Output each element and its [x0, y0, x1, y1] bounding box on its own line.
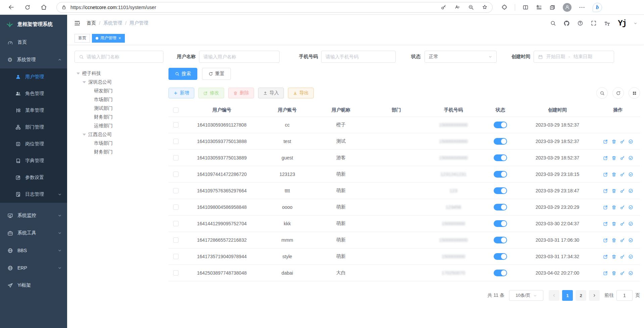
delete-icon[interactable]	[611, 205, 616, 210]
row-checkbox[interactable]	[173, 237, 179, 243]
status-toggle[interactable]	[494, 187, 507, 194]
sidebar-item-parameters[interactable]: 参数设置	[0, 169, 67, 186]
lock-icon[interactable]	[61, 5, 66, 10]
import-button[interactable]: 导入	[258, 88, 284, 98]
assign-role-icon[interactable]	[628, 172, 633, 177]
assign-role-icon[interactable]	[628, 155, 633, 160]
tree-node-jiangxi[interactable]: 江西总公司	[75, 130, 164, 139]
edit-button[interactable]: 修改	[198, 88, 224, 98]
browser-profile-avatar[interactable]	[563, 3, 572, 12]
tree-node-shenzhen[interactable]: 深圳总公司	[75, 78, 164, 87]
tag-home[interactable]: 首页	[75, 34, 90, 43]
row-checkbox[interactable]	[173, 221, 179, 226]
search-button[interactable]: 搜索	[168, 68, 197, 80]
tree-node-dept[interactable]: 研发部门	[75, 87, 164, 95]
tree-node-dept[interactable]: 财务部门	[75, 113, 164, 122]
tree-node-dept[interactable]: 运维部门	[75, 122, 164, 130]
read-aloud-icon[interactable]	[454, 4, 460, 10]
reset-password-icon[interactable]	[620, 155, 625, 160]
status-toggle[interactable]	[494, 270, 507, 276]
row-checkbox[interactable]	[173, 172, 179, 177]
pagination-prev-button[interactable]	[549, 290, 559, 301]
tree-node-dept[interactable]: 财务部门	[75, 148, 164, 156]
tree-caret-icon[interactable]	[83, 81, 86, 83]
edit-icon[interactable]	[603, 221, 608, 226]
tree-caret-icon[interactable]	[83, 134, 86, 136]
status-toggle[interactable]	[494, 220, 507, 227]
dept-search-input[interactable]	[87, 54, 159, 59]
row-checkbox[interactable]	[173, 270, 179, 276]
add-button[interactable]: 新增	[168, 88, 194, 98]
row-checkbox[interactable]	[173, 122, 179, 128]
split-screen-icon[interactable]	[523, 4, 529, 10]
delete-icon[interactable]	[611, 139, 616, 144]
font-size-icon[interactable]	[604, 20, 610, 27]
row-checkbox[interactable]	[173, 188, 179, 193]
zoom-out-icon[interactable]	[468, 4, 474, 10]
sidebar-item-departments[interactable]: 部门管理	[0, 119, 67, 136]
browser-menu-icon[interactable]: ⋯	[579, 4, 585, 11]
edit-icon[interactable]	[603, 271, 608, 276]
sidebar-item-tools[interactable]: 系统工具	[0, 224, 67, 242]
app-logo[interactable]: 意框架管理系统	[0, 15, 67, 34]
status-toggle[interactable]	[494, 237, 507, 243]
sidebar-item-system[interactable]: ⚙ 系统管理	[0, 51, 67, 68]
status-toggle[interactable]	[494, 138, 507, 145]
url-text[interactable]: https://ccnetcore.com:1101/system/user	[70, 5, 156, 10]
username-input[interactable]	[203, 54, 275, 59]
chevron-down-icon[interactable]	[634, 21, 637, 25]
edit-icon[interactable]	[603, 238, 608, 243]
sidebar-item-erp[interactable]: ERP	[0, 259, 67, 277]
row-checkbox[interactable]	[173, 254, 179, 259]
edit-icon[interactable]	[603, 155, 608, 160]
assign-role-icon[interactable]	[628, 205, 633, 210]
tree-caret-icon[interactable]	[77, 73, 80, 75]
export-button[interactable]: 导出	[288, 88, 314, 98]
delete-icon[interactable]	[611, 238, 616, 243]
avatar[interactable]: Yj	[618, 19, 626, 28]
address-bar[interactable]: https://ccnetcore.com:1101/system/user	[56, 2, 493, 13]
copilot-icon[interactable]: b	[593, 3, 602, 12]
github-icon[interactable]	[563, 20, 570, 27]
sidebar-item-yi-framework[interactable]: Yi框架	[0, 277, 67, 294]
assign-role-icon[interactable]	[628, 188, 633, 193]
status-select[interactable]: 正常	[425, 51, 497, 63]
sidebar-item-posts[interactable]: 岗位管理	[0, 136, 67, 152]
browser-refresh-icon[interactable]	[24, 4, 31, 10]
close-icon[interactable]: ×	[118, 36, 121, 40]
refresh-table-button[interactable]	[612, 87, 624, 99]
status-toggle[interactable]	[494, 154, 507, 161]
status-toggle[interactable]	[494, 171, 507, 178]
sidebar-collapse-icon[interactable]	[74, 20, 81, 27]
sidebar-item-users[interactable]: 用户管理	[0, 68, 67, 85]
reset-password-icon[interactable]	[620, 172, 625, 177]
delete-icon[interactable]	[611, 172, 616, 177]
status-toggle[interactable]	[494, 253, 507, 260]
assign-role-icon[interactable]	[628, 221, 633, 226]
assign-role-icon[interactable]	[628, 139, 633, 144]
delete-icon[interactable]	[611, 155, 616, 160]
tree-node-company[interactable]: 橙子科技	[75, 69, 164, 78]
pagination-page-2[interactable]: 2	[576, 290, 586, 301]
breadcrumb-home[interactable]: 首页	[87, 20, 96, 26]
edit-icon[interactable]	[603, 172, 608, 177]
edit-icon[interactable]	[603, 254, 608, 259]
help-icon[interactable]	[577, 20, 583, 26]
row-checkbox[interactable]	[173, 139, 179, 144]
sidebar-item-bbs[interactable]: BBS	[0, 242, 67, 259]
tree-node-dept[interactable]: 市场部门	[75, 95, 164, 104]
edit-icon[interactable]	[603, 139, 608, 144]
edit-icon[interactable]	[603, 205, 608, 210]
reset-password-icon[interactable]	[620, 188, 625, 193]
sidebar-item-home[interactable]: 首页	[0, 34, 67, 51]
pagination-next-button[interactable]	[589, 290, 600, 301]
tree-node-dept[interactable]: 测试部门	[75, 104, 164, 113]
reset-password-icon[interactable]	[620, 221, 625, 226]
favorites-bar-icon[interactable]	[536, 4, 542, 10]
show-search-button[interactable]	[596, 87, 608, 99]
status-toggle[interactable]	[494, 122, 507, 128]
browser-home-icon[interactable]	[41, 4, 47, 10]
status-toggle[interactable]	[494, 204, 507, 210]
sidebar-item-roles[interactable]: 角色管理	[0, 85, 67, 102]
reset-password-icon[interactable]	[620, 139, 625, 144]
